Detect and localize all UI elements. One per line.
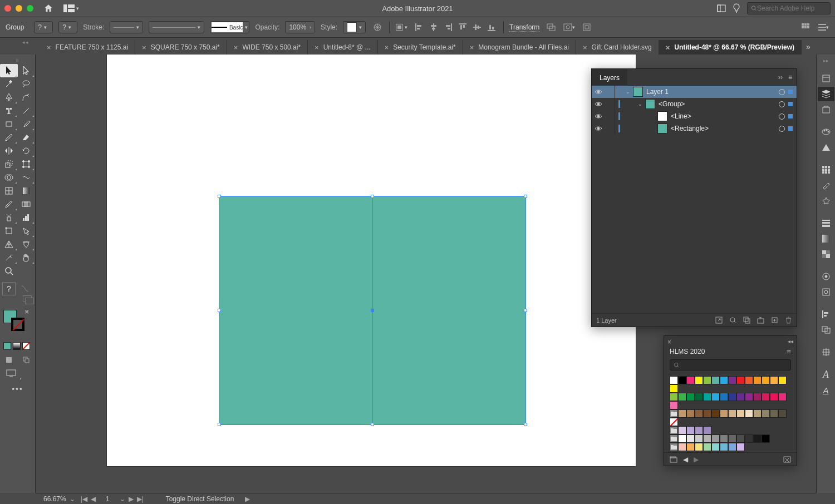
swatch-item[interactable] <box>678 434 686 443</box>
swatch-item[interactable] <box>720 393 728 401</box>
document-tab[interactable]: ×Monogram Bundle - All Files.ai <box>463 40 576 55</box>
screen-mode-button[interactable] <box>0 367 22 380</box>
fill-picker[interactable]: ?▾ <box>34 21 53 33</box>
swatch-item[interactable] <box>720 434 728 443</box>
selection-indicator[interactable] <box>787 126 794 131</box>
swatch-item[interactable] <box>695 409 703 418</box>
swatch-folder[interactable] <box>670 443 678 451</box>
swatch-folder[interactable] <box>670 434 678 443</box>
appearance-dock-button[interactable] <box>818 269 834 284</box>
artboard-tool[interactable] <box>0 224 18 238</box>
draw-normal-button[interactable] <box>0 353 18 367</box>
visibility-toggle[interactable] <box>592 126 605 131</box>
swatch-item[interactable] <box>695 393 703 401</box>
pathfinder-dock-button[interactable] <box>818 323 834 337</box>
swatch-item[interactable] <box>728 376 736 384</box>
brush-def[interactable]: Basic▾ <box>210 21 249 33</box>
close-tab-button[interactable]: × <box>470 43 474 52</box>
none-mode-button[interactable] <box>22 342 30 350</box>
glyphs-dock-button[interactable]: A <box>818 383 834 397</box>
swatch-item[interactable] <box>753 409 762 418</box>
edit-contents-button[interactable]: ▾ <box>563 21 575 33</box>
graphic-style[interactable]: ▾ <box>343 21 366 33</box>
swatch-item[interactable] <box>670 418 678 426</box>
new-sublayer-button[interactable] <box>757 317 764 324</box>
symbols-dock-button[interactable] <box>818 194 834 208</box>
transform-dock-button[interactable] <box>818 345 834 359</box>
magic-wand-tool[interactable] <box>0 77 18 91</box>
isolate-button[interactable] <box>545 21 557 33</box>
layers-tab[interactable]: Layers <box>592 69 627 86</box>
swatch-item[interactable] <box>736 434 745 443</box>
lock-toggle[interactable] <box>605 86 615 98</box>
line-shape[interactable] <box>372 196 373 424</box>
rectangle-tool[interactable] <box>0 117 18 131</box>
swatch-item[interactable] <box>762 409 770 418</box>
panel-collapse-button[interactable]: ›› <box>778 73 783 81</box>
gradient-mode-button[interactable] <box>13 342 21 350</box>
eyedropper-tool[interactable] <box>0 197 18 211</box>
swatch-item[interactable] <box>778 409 787 418</box>
swatch-item[interactable] <box>670 384 678 393</box>
swatch-item[interactable] <box>670 376 678 384</box>
grid-snap-button[interactable] <box>799 21 812 33</box>
swatches-dock-button[interactable] <box>818 162 834 177</box>
live-paint-tool[interactable] <box>18 238 36 251</box>
scale-tool[interactable] <box>0 157 18 171</box>
swatch-add-button[interactable] <box>783 456 791 463</box>
selected-group[interactable] <box>219 196 525 424</box>
direct-selection-tool[interactable] <box>18 64 36 77</box>
export-layer-button[interactable] <box>715 317 723 324</box>
align-dock-button[interactable] <box>818 307 834 322</box>
swatch-item[interactable] <box>778 376 787 384</box>
layer-name-label[interactable]: <Group> <box>659 100 777 108</box>
visibility-toggle[interactable] <box>592 113 605 119</box>
brushes-dock-button[interactable] <box>818 178 834 192</box>
color-mode-button[interactable] <box>3 342 11 350</box>
swatch-item[interactable] <box>703 409 711 418</box>
swatch-item[interactable] <box>753 376 762 384</box>
maximize-window-button[interactable] <box>27 5 33 12</box>
free-transform-tool[interactable] <box>18 157 36 171</box>
learn-button[interactable] <box>733 3 740 13</box>
swatch-item[interactable] <box>711 434 720 443</box>
lock-toggle[interactable] <box>605 110 615 122</box>
gradient-dock-button[interactable] <box>818 231 834 246</box>
curvature-tool[interactable] <box>18 91 36 104</box>
document-tab[interactable]: ×FEATURE 750 x 1125.ai <box>40 40 135 55</box>
layer-row[interactable]: <Rectangle> <box>592 122 797 135</box>
help-search[interactable] <box>747 2 831 14</box>
swatch-item[interactable] <box>745 393 753 401</box>
recolor-button[interactable] <box>371 21 384 33</box>
canvas-area[interactable]: Layers ›› ≡ ⌄Layer 1⌄<Group><Line><Recta… <box>36 55 816 493</box>
swatch-item[interactable] <box>770 409 778 418</box>
swatch-item[interactable] <box>711 393 720 401</box>
color-guide-button[interactable] <box>818 140 834 155</box>
swatch-next-button[interactable]: ▶ <box>694 456 699 463</box>
lock-toggle[interactable] <box>605 98 615 110</box>
rotate-tool[interactable] <box>18 144 36 157</box>
hand-tool[interactable] <box>18 251 36 264</box>
swatch-item[interactable] <box>728 443 736 451</box>
layer-name-label[interactable]: Layer 1 <box>646 88 777 96</box>
stroke-picker[interactable]: ?▾ <box>58 21 77 33</box>
selection-indicator[interactable] <box>787 102 794 106</box>
more-tabs-button[interactable]: » <box>802 39 815 55</box>
panel-collapse-icon[interactable]: ◂◂ <box>788 338 793 344</box>
perspective-tool[interactable] <box>0 238 18 251</box>
swatch-item[interactable] <box>720 376 728 384</box>
close-tab-button[interactable]: × <box>142 43 146 52</box>
target-button[interactable] <box>777 126 787 132</box>
layer-row[interactable]: ⌄<Group> <box>592 98 797 110</box>
swatches-menu-button[interactable]: ≡ <box>787 347 791 356</box>
blend-tool[interactable] <box>18 197 36 211</box>
swatch-item[interactable] <box>678 393 686 401</box>
close-tab-button[interactable]: × <box>385 43 389 52</box>
swatch-folder[interactable] <box>670 426 678 434</box>
swatch-item[interactable] <box>695 376 703 384</box>
layer-row[interactable]: ⌄Layer 1 <box>592 86 797 98</box>
swatch-item[interactable] <box>762 376 770 384</box>
swatch-libraries-button[interactable] <box>670 456 677 463</box>
align-hcenter-button[interactable] <box>428 21 440 33</box>
opacity-input[interactable]: 100%› <box>285 21 315 33</box>
